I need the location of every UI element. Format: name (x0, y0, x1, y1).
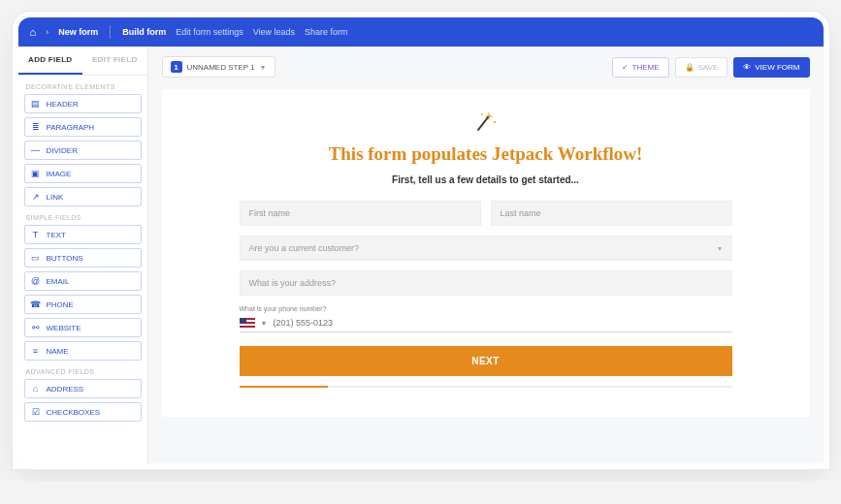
caret-down-icon[interactable]: ▼ (261, 320, 268, 327)
nav-build-form[interactable]: Build form (122, 27, 166, 37)
paragraph-icon: ≣ (31, 122, 41, 132)
field-label: IMAGE (47, 170, 72, 178)
phone-icon: ☎ (31, 299, 41, 309)
field-name[interactable]: ≡NAME (24, 341, 142, 361)
next-button[interactable]: NEXT (240, 346, 732, 376)
nav-share-form[interactable]: Share form (305, 27, 348, 37)
group-advanced-label: ADVANCED FIELDS (18, 361, 147, 379)
progress-fill (240, 386, 328, 388)
form-canvas: This form populates Jetpack Workflow! Fi… (162, 89, 810, 417)
field-website[interactable]: ⚯WEBSITE (24, 318, 142, 337)
field-label: DIVIDER (47, 146, 78, 155)
field-label: LINK (47, 193, 64, 202)
field-label: BUTTONS (47, 254, 83, 263)
toolbar: 1 UNNAMED STEP 1 ▼ ✓THEME 🔒SAVE 👁VIEW FO… (162, 56, 810, 78)
svg-point-3 (481, 113, 483, 115)
header-icon: ▤ (31, 99, 41, 109)
field-header[interactable]: ▤HEADER (24, 94, 142, 113)
field-label: HEADER (47, 100, 79, 109)
field-address[interactable]: ⌂ADDRESS (24, 379, 142, 398)
progress-bar (240, 386, 732, 388)
chevron-right-icon: › (46, 27, 49, 37)
sidebar: ADD FIELD EDIT FIELD DECORATIVE ELEMENTS… (18, 47, 148, 463)
field-phone[interactable]: ☎PHONE (24, 295, 142, 314)
link-icon: ↗ (31, 192, 41, 202)
button-label: VIEW FORM (755, 63, 799, 72)
step-label: UNNAMED STEP 1 (187, 63, 255, 72)
home-icon[interactable]: ⌂ (30, 26, 37, 38)
svg-point-2 (493, 121, 495, 123)
top-navbar: ⌂ › New form Build form Edit form settin… (18, 17, 824, 47)
form-title: This form populates Jetpack Workflow! (240, 143, 732, 165)
tab-edit-field[interactable]: EDIT FIELD (82, 47, 147, 75)
flag-us-icon[interactable] (240, 318, 255, 328)
customer-select[interactable]: Are you a current customer? (240, 236, 732, 261)
theme-button[interactable]: ✓THEME (612, 57, 669, 78)
divider-icon: — (31, 145, 41, 155)
field-email[interactable]: @EMAIL (24, 271, 142, 291)
checkboxes-icon: ☑ (31, 407, 41, 417)
caret-down-icon: ▼ (260, 64, 267, 71)
nav-view-leads[interactable]: View leads (253, 27, 295, 37)
field-label: CHECKBOXES (47, 408, 101, 417)
phone-input[interactable] (273, 318, 731, 328)
field-paragraph[interactable]: ≣PARAGRAPH (24, 117, 142, 137)
wand-illustration (240, 109, 732, 136)
divider (110, 25, 111, 39)
step-selector[interactable]: 1 UNNAMED STEP 1 ▼ (162, 56, 275, 78)
main-area: 1 UNNAMED STEP 1 ▼ ✓THEME 🔒SAVE 👁VIEW FO… (148, 47, 824, 463)
field-image[interactable]: ▣IMAGE (24, 164, 142, 183)
button-label: SAVE (698, 63, 719, 72)
view-form-button[interactable]: 👁VIEW FORM (733, 57, 809, 78)
first-name-input[interactable]: First name (240, 201, 481, 226)
address-icon: ⌂ (31, 384, 41, 394)
svg-line-1 (478, 117, 488, 130)
image-icon: ▣ (31, 169, 41, 178)
app-window: ⌂ › New form Build form Edit form settin… (18, 17, 824, 463)
website-icon: ⚯ (31, 323, 41, 332)
field-label: WEBSITE (47, 324, 81, 332)
field-text[interactable]: TTEXT (24, 225, 142, 244)
tab-add-field[interactable]: ADD FIELD (18, 47, 83, 75)
phone-field[interactable]: ▼ (240, 314, 732, 332)
wand-icon: ✓ (622, 63, 629, 72)
field-label: PARAGRAPH (47, 123, 95, 132)
buttons-icon: ▭ (31, 253, 41, 263)
field-label: NAME (47, 347, 69, 356)
nav-edit-settings[interactable]: Edit form settings (176, 27, 243, 37)
breadcrumb[interactable]: New form (58, 27, 98, 37)
eye-icon: 👁 (743, 63, 751, 72)
field-label: EMAIL (47, 277, 70, 286)
address-input[interactable]: What is your address? (240, 270, 732, 296)
field-divider[interactable]: —DIVIDER (24, 141, 142, 160)
field-link[interactable]: ↗LINK (24, 187, 142, 206)
form-subtitle: First, tell us a few details to get star… (240, 174, 732, 185)
last-name-input[interactable]: Last name (491, 201, 732, 226)
button-label: THEME (632, 63, 660, 72)
save-button[interactable]: 🔒SAVE (675, 57, 728, 78)
text-icon: T (31, 230, 41, 239)
field-label: ADDRESS (47, 385, 84, 394)
field-checkboxes[interactable]: ☑CHECKBOXES (24, 402, 142, 422)
email-icon: @ (31, 276, 41, 286)
phone-label: What is your phone number? (240, 305, 732, 312)
field-label: TEXT (47, 231, 66, 239)
lock-icon: 🔒 (685, 63, 695, 72)
step-number: 1 (171, 61, 182, 73)
group-simple-label: SIMPLE FIELDS (18, 206, 147, 225)
field-buttons[interactable]: ▭BUTTONS (24, 248, 142, 268)
name-icon: ≡ (31, 346, 41, 356)
field-label: PHONE (47, 300, 74, 309)
group-decorative-label: DECORATIVE ELEMENTS (18, 76, 147, 94)
